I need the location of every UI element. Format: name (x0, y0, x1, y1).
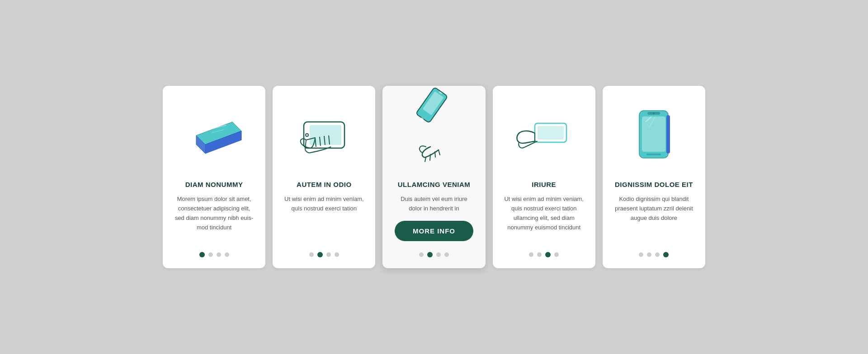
dot (225, 252, 229, 257)
dot-active (663, 252, 669, 257)
card-4-icon (504, 99, 585, 172)
card-4-title: IRIURE (532, 181, 556, 188)
card-4: IRIURE Ut wisi enim ad minim veniam, qui… (493, 86, 595, 268)
dot (655, 252, 660, 257)
cards-container: DIAM NONUMMY Morem ipsum dolor sit amet,… (163, 86, 705, 268)
card-2-title: AUTEM IN ODIO (297, 181, 352, 188)
card-5-icon (613, 99, 694, 172)
dot (217, 252, 221, 257)
dot (529, 252, 533, 257)
svg-rect-15 (666, 115, 670, 154)
dot (554, 252, 559, 257)
card-3-icon (393, 99, 474, 172)
card-2-dots (309, 252, 339, 257)
dot (639, 252, 643, 257)
dot-active (545, 252, 551, 257)
card-5-dots (639, 252, 669, 257)
card-3-text: Duis autem vel eum iriure dolor in hendr… (393, 195, 474, 214)
card-1-dots (199, 252, 229, 257)
card-4-dots (529, 252, 559, 257)
card-4-text: Ut wisi enim ad minim veniam, quis nostr… (504, 195, 585, 243)
dot (326, 252, 331, 257)
card-1-text: Morem ipsum dolor sit amet, consectetuer… (174, 195, 255, 243)
dot-active (199, 252, 205, 257)
card-5-text: Kodio dignissim qui blandit praesent lup… (613, 195, 694, 243)
dot-active (427, 252, 433, 257)
card-1-title: DIAM NONUMMY (185, 181, 243, 188)
card-3: ULLAMCING VENIAM Duis autem vel eum iriu… (382, 86, 485, 268)
card-5: DIGNISSIM DOLOE EIT Kodio dignissim qui … (603, 86, 705, 268)
card-2: AUTEM IN ODIO Ut wisi enim ad minim veni… (273, 86, 375, 268)
dot (444, 252, 449, 257)
dot (208, 252, 213, 257)
more-info-button[interactable]: MORE INFO (395, 221, 473, 241)
card-1-icon (174, 99, 255, 172)
dot (419, 252, 424, 257)
dot (309, 252, 314, 257)
card-2-text: Ut wisi enim ad minim veniam, quis nostr… (283, 195, 364, 243)
card-3-title: ULLAMCING VENIAM (398, 181, 471, 188)
dot (647, 252, 651, 257)
svg-rect-19 (646, 154, 661, 155)
svg-point-6 (306, 134, 308, 136)
card-5-title: DIGNISSIM DOLOE EIT (615, 181, 693, 188)
svg-point-18 (653, 112, 655, 114)
card-2-icon (283, 99, 364, 172)
dot (335, 252, 339, 257)
dot (436, 252, 441, 257)
card-1: DIAM NONUMMY Morem ipsum dolor sit amet,… (163, 86, 265, 268)
dot-active (317, 252, 323, 257)
dot (537, 252, 542, 257)
svg-rect-13 (538, 126, 564, 140)
card-3-dots (419, 252, 449, 257)
